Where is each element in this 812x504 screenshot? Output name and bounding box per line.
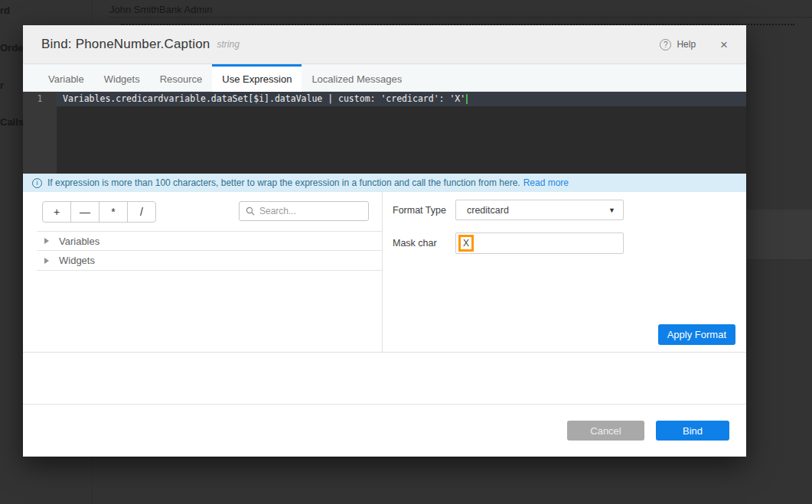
dialog-empty-area	[23, 353, 746, 404]
tab-localized-messages[interactable]: Localized Messages	[302, 64, 412, 91]
tab-variable[interactable]: Variable	[38, 64, 94, 91]
expression-code-editor[interactable]: 1 Variables.credicardvariable.dataSet[$i…	[23, 92, 746, 174]
multiply-operator-button[interactable]: *	[99, 201, 128, 223]
chevron-right-icon	[44, 238, 49, 244]
operator-button-group: + — * /	[42, 201, 156, 223]
editor-expression-line[interactable]: Variables.credicardvariable.dataSet[$i].…	[63, 92, 468, 106]
tree-item-variables[interactable]: Variables	[37, 231, 382, 251]
expression-builder-pane: + — * / Variables	[23, 192, 383, 352]
bg-sidebar-item-calls: Calls	[0, 116, 24, 128]
expression-text: Variables.credicardvariable.dataSet[$i].…	[63, 93, 465, 104]
tab-use-expression[interactable]: Use Expression	[212, 64, 302, 92]
mask-char-row: Mask char X	[393, 232, 624, 254]
editor-line-number: 1	[23, 92, 57, 106]
dialog-type-hint: string	[217, 39, 239, 50]
minus-operator-button[interactable]: —	[70, 201, 99, 223]
format-type-row: Format Type creditcard ▼	[393, 200, 624, 220]
close-icon[interactable]: ×	[720, 38, 728, 51]
tab-widgets[interactable]: Widgets	[94, 64, 150, 91]
bg-dotted-line	[109, 17, 812, 18]
bind-expression-dialog: Bind: PhoneNumber.Caption string ? Help …	[23, 25, 746, 457]
bg-panel-band	[747, 210, 812, 260]
text-cursor	[466, 94, 468, 104]
plus-operator-button[interactable]: +	[42, 201, 71, 223]
search-box[interactable]	[239, 201, 369, 221]
mask-char-highlighted-value: X	[458, 235, 474, 252]
search-input[interactable]	[259, 206, 362, 216]
divide-operator-button[interactable]: /	[127, 201, 156, 223]
bg-sidebar-fragment: rd	[0, 5, 10, 16]
dialog-header: Bind: PhoneNumber.Caption string ? Help …	[23, 25, 746, 64]
help-label[interactable]: Help	[677, 39, 696, 50]
help-icon[interactable]: ?	[660, 39, 671, 50]
binding-tree: Variables Widgets	[37, 231, 382, 271]
editor-gutter: 1	[23, 92, 57, 174]
format-type-select[interactable]: creditcard ▼	[455, 200, 624, 220]
bg-user-text: John SmithBank Admin	[109, 4, 212, 15]
operator-toolbar: + — * /	[42, 201, 369, 223]
chevron-down-icon: ▼	[608, 206, 615, 214]
dialog-footer: Cancel Bind	[23, 404, 746, 457]
dialog-title: Bind: PhoneNumber.Caption	[41, 37, 210, 52]
format-pane: Format Type creditcard ▼ Mask char X App…	[383, 192, 746, 352]
dialog-content: + — * / Variables	[23, 192, 746, 353]
tree-item-widgets[interactable]: Widgets	[37, 251, 382, 271]
tab-resource[interactable]: Resource	[150, 64, 213, 91]
bind-button[interactable]: Bind	[656, 421, 729, 441]
chevron-right-icon	[44, 258, 49, 264]
mask-char-input[interactable]: X	[455, 232, 624, 254]
tree-item-label: Variables	[59, 236, 99, 247]
info-banner-text: If expression is more than 100 character…	[47, 177, 520, 188]
apply-format-button[interactable]: Apply Format	[658, 324, 735, 345]
mask-char-label: Mask char	[393, 238, 455, 249]
format-type-label: Format Type	[393, 205, 455, 216]
search-icon	[246, 206, 255, 216]
dialog-tabs: Variable Widgets Resource Use Expression…	[23, 64, 746, 92]
read-more-link[interactable]: Read more	[523, 177, 569, 188]
tree-item-label: Widgets	[59, 255, 95, 266]
info-icon: i	[32, 178, 42, 188]
info-banner: i If expression is more than 100 charact…	[23, 174, 746, 192]
cancel-button[interactable]: Cancel	[567, 421, 644, 441]
bg-sidebar-item-fragment: r	[0, 80, 4, 91]
format-type-value: creditcard	[467, 205, 608, 216]
